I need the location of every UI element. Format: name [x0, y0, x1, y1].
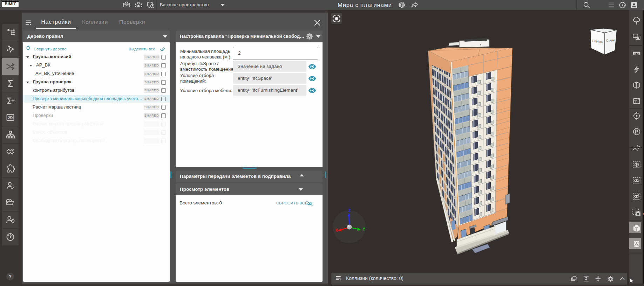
svg-text:Z: Z — [348, 208, 351, 213]
svg-text:2D: 2D — [8, 116, 13, 120]
svg-text:Y: Y — [362, 227, 365, 232]
svg-text:X: X — [335, 228, 338, 233]
